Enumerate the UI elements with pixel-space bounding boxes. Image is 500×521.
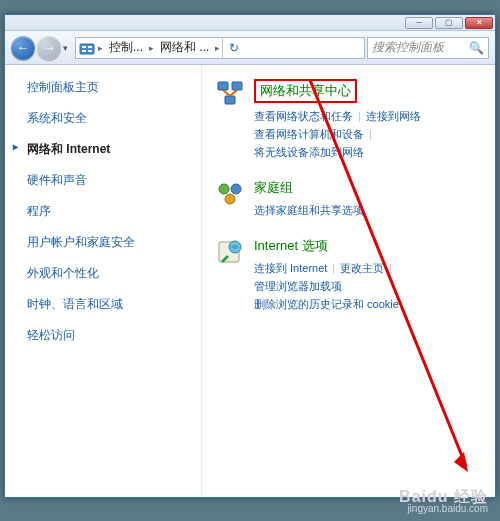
section-homegroup: 家庭组 选择家庭组和共享选项 — [216, 179, 485, 219]
breadcrumb-arrow: ▸ — [213, 43, 222, 53]
internet-options-icon — [216, 237, 248, 269]
network-sharing-center-link[interactable]: 网络和共享中心 — [254, 79, 357, 103]
link-view-network-status[interactable]: 查看网络状态和任务 — [254, 110, 353, 122]
link-choose-homegroup-sharing[interactable]: 选择家庭组和共享选项 — [254, 204, 364, 216]
sidebar: 控制面板主页 系统和安全 网络和 Internet 硬件和声音 程序 用户帐户和… — [5, 65, 201, 497]
search-placeholder: 搜索控制面板 — [372, 39, 444, 56]
svg-line-9 — [230, 90, 237, 96]
link-add-wireless-device[interactable]: 将无线设备添加到网络 — [254, 146, 364, 158]
breadcrumb-segment[interactable]: 网络和 ... — [156, 39, 213, 56]
section-internet-options: Internet 选项 连接到 Internet|更改主页|管理浏览器加载项 删… — [216, 237, 485, 313]
sidebar-item-appearance[interactable]: 外观和个性化 — [27, 265, 201, 282]
sidebar-item-network-internet[interactable]: 网络和 Internet — [27, 141, 201, 158]
link-delete-history-cookies[interactable]: 删除浏览的历史记录和 cookie — [254, 298, 399, 310]
breadcrumb[interactable]: ▸ 控制... ▸ 网络和 ... ▸ ↻ — [75, 37, 365, 59]
sidebar-item-hardware-sound[interactable]: 硬件和声音 — [27, 172, 201, 189]
search-input[interactable]: 搜索控制面板 🔍 — [367, 37, 489, 59]
maximize-button[interactable]: ▢ — [435, 17, 463, 29]
sidebar-item-programs[interactable]: 程序 — [27, 203, 201, 220]
breadcrumb-segment[interactable]: 控制... — [105, 39, 147, 56]
internet-options-link[interactable]: Internet 选项 — [254, 237, 485, 255]
svg-point-11 — [231, 184, 241, 194]
link-connect-to-network[interactable]: 连接到网络 — [366, 110, 421, 122]
link-view-network-computers[interactable]: 查看网络计算机和设备 — [254, 128, 364, 140]
svg-point-10 — [219, 184, 229, 194]
main-content: 网络和共享中心 查看网络状态和任务|连接到网络 查看网络计算机和设备|将无线设备… — [201, 65, 495, 497]
svg-rect-5 — [218, 82, 228, 90]
link-connect-internet[interactable]: 连接到 Internet — [254, 262, 327, 274]
forward-button[interactable]: → — [37, 36, 61, 60]
svg-rect-0 — [80, 44, 94, 54]
svg-point-12 — [225, 194, 235, 204]
sidebar-item-user-accounts[interactable]: 用户帐户和家庭安全 — [27, 234, 201, 251]
svg-rect-2 — [88, 46, 92, 48]
search-icon[interactable]: 🔍 — [469, 41, 484, 55]
link-manage-addons[interactable]: 管理浏览器加载项 — [254, 280, 342, 292]
sidebar-item-clock-language[interactable]: 时钟、语言和区域 — [27, 296, 201, 313]
homegroup-icon — [216, 179, 248, 211]
section-network-sharing: 网络和共享中心 查看网络状态和任务|连接到网络 查看网络计算机和设备|将无线设备… — [216, 79, 485, 161]
breadcrumb-arrow: ▸ — [96, 43, 105, 53]
minimize-button[interactable]: ─ — [405, 17, 433, 29]
titlebar: ─ ▢ ✕ — [5, 15, 495, 31]
back-button[interactable]: ← — [11, 36, 35, 60]
navbar: ← → ▾ ▸ 控制... ▸ 网络和 ... ▸ ↻ 搜索控制面板 🔍 — [5, 31, 495, 65]
watermark-url: jingyan.baidu.com — [399, 503, 488, 515]
breadcrumb-arrow: ▸ — [147, 43, 156, 53]
svg-rect-4 — [88, 50, 92, 52]
refresh-button[interactable]: ↻ — [222, 37, 244, 59]
link-change-homepage[interactable]: 更改主页 — [340, 262, 384, 274]
svg-rect-3 — [82, 50, 86, 52]
homegroup-link[interactable]: 家庭组 — [254, 179, 485, 197]
network-sharing-icon — [216, 79, 248, 111]
control-panel-icon — [78, 39, 96, 57]
svg-rect-6 — [232, 82, 242, 90]
close-button[interactable]: ✕ — [465, 17, 493, 29]
sidebar-item-ease-of-access[interactable]: 轻松访问 — [27, 327, 201, 344]
svg-rect-7 — [225, 96, 235, 104]
sidebar-item-system-security[interactable]: 系统和安全 — [27, 110, 201, 127]
control-panel-window: ─ ▢ ✕ ← → ▾ ▸ 控制... ▸ 网络和 ... ▸ ↻ 搜索控制面板… — [4, 14, 496, 498]
body: 控制面板主页 系统和安全 网络和 Internet 硬件和声音 程序 用户帐户和… — [5, 65, 495, 497]
history-dropdown[interactable]: ▾ — [63, 43, 73, 53]
sidebar-home-link[interactable]: 控制面板主页 — [27, 79, 201, 96]
svg-rect-1 — [82, 46, 86, 48]
svg-line-8 — [223, 90, 230, 96]
